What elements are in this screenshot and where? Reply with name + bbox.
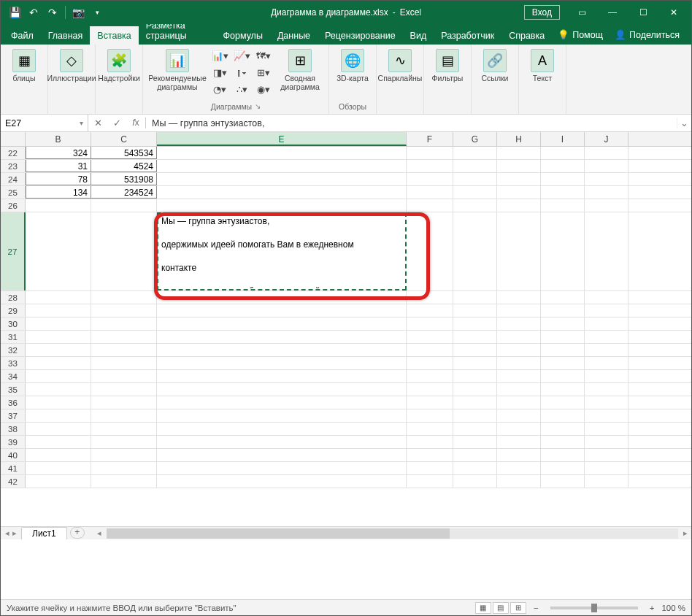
cell-F29[interactable] bbox=[407, 304, 453, 317]
cell-C39[interactable] bbox=[91, 436, 157, 448]
fx-icon[interactable]: fx bbox=[126, 118, 145, 128]
cell-E42[interactable] bbox=[157, 475, 407, 488]
cell-F37[interactable] bbox=[407, 409, 453, 422]
tab-file[interactable]: Файл bbox=[4, 26, 41, 45]
cell-I39[interactable] bbox=[541, 436, 585, 448]
cell-C40[interactable] bbox=[91, 449, 157, 461]
tab-insert[interactable]: Вставка bbox=[90, 26, 138, 45]
cell-J27[interactable] bbox=[585, 212, 628, 290]
cell-E33[interactable] bbox=[157, 357, 407, 369]
cell-I22[interactable] bbox=[541, 147, 585, 159]
cell-B40[interactable] bbox=[26, 449, 91, 461]
cell-I24[interactable] bbox=[541, 173, 585, 185]
cell-B26[interactable] bbox=[26, 199, 91, 212]
cell-B24[interactable]: 78 bbox=[26, 173, 91, 185]
row-header[interactable]: 33 bbox=[1, 357, 26, 369]
cell-H33[interactable] bbox=[497, 357, 541, 369]
text-button[interactable]: AТекст bbox=[523, 47, 561, 84]
zoom-in-icon[interactable]: + bbox=[650, 604, 655, 612]
cell-I25[interactable] bbox=[541, 186, 585, 199]
row-header[interactable]: 28 bbox=[1, 291, 26, 304]
hscroll-track[interactable]: ◂ ▸ bbox=[107, 528, 678, 539]
cell-E41[interactable] bbox=[157, 462, 407, 474]
cell-I35[interactable] bbox=[541, 383, 585, 396]
cell-B35[interactable] bbox=[26, 383, 91, 396]
sheet-nav-next-icon[interactable]: ▸ bbox=[12, 528, 17, 538]
row-header[interactable]: 25 bbox=[1, 186, 26, 199]
tab-review[interactable]: Рецензирование bbox=[318, 26, 403, 45]
cell-J23[interactable] bbox=[585, 160, 628, 172]
cell-F35[interactable] bbox=[407, 383, 453, 396]
save-icon[interactable]: 💾 bbox=[7, 4, 23, 20]
cell-I26[interactable] bbox=[541, 199, 585, 212]
cell-J37[interactable] bbox=[585, 409, 628, 422]
combo-chart-icon[interactable]: ⊞▾ bbox=[254, 64, 273, 80]
cell-E23[interactable] bbox=[157, 160, 407, 172]
cell-G38[interactable] bbox=[453, 423, 497, 435]
cell-H40[interactable] bbox=[497, 449, 541, 461]
cell-E22[interactable] bbox=[157, 147, 407, 159]
cell-E31[interactable] bbox=[157, 331, 407, 343]
cell-E24[interactable] bbox=[157, 173, 407, 185]
cell-H26[interactable] bbox=[497, 199, 541, 212]
cell-G26[interactable] bbox=[453, 199, 497, 212]
row-header[interactable]: 23 bbox=[1, 160, 26, 172]
cell-J25[interactable] bbox=[585, 186, 628, 199]
cell-C27[interactable] bbox=[91, 212, 157, 290]
cell-I23[interactable] bbox=[541, 160, 585, 172]
zoom-slider[interactable] bbox=[550, 607, 638, 609]
column-chart-icon[interactable]: 📊▾ bbox=[210, 47, 229, 63]
pie-chart-icon[interactable]: ◔▾ bbox=[210, 81, 229, 97]
cell-G27[interactable] bbox=[453, 212, 497, 290]
cell-J29[interactable] bbox=[585, 304, 628, 317]
cell-H37[interactable] bbox=[497, 409, 541, 422]
cell-F31[interactable] bbox=[407, 331, 453, 343]
cell-E38[interactable] bbox=[157, 423, 407, 435]
zoom-level[interactable]: 100 % bbox=[661, 604, 685, 612]
cell-F38[interactable] bbox=[407, 423, 453, 435]
cell-H31[interactable] bbox=[497, 331, 541, 343]
cell-H27[interactable] bbox=[497, 212, 541, 290]
sign-in-button[interactable]: Вход bbox=[524, 5, 560, 20]
cell-H38[interactable] bbox=[497, 423, 541, 435]
cell-G40[interactable] bbox=[453, 449, 497, 461]
cell-H30[interactable] bbox=[497, 317, 541, 330]
select-all-corner[interactable] bbox=[1, 132, 26, 146]
tab-help[interactable]: Справка bbox=[501, 26, 552, 45]
row-header[interactable]: 30 bbox=[1, 317, 26, 330]
ribbon-options-icon[interactable]: ▭ bbox=[567, 1, 596, 23]
cell-F28[interactable] bbox=[407, 291, 453, 304]
cell-H34[interactable] bbox=[497, 370, 541, 382]
cell-F23[interactable] bbox=[407, 160, 453, 172]
addins-button[interactable]: 🧩Надстройки bbox=[100, 47, 138, 84]
cell-H41[interactable] bbox=[497, 462, 541, 474]
sparklines-button[interactable]: ∿Спарклайны bbox=[381, 47, 419, 84]
cell-G24[interactable] bbox=[453, 173, 497, 185]
cell-H39[interactable] bbox=[497, 436, 541, 448]
undo-icon[interactable]: ↶ bbox=[26, 4, 42, 20]
row-header[interactable]: 34 bbox=[1, 370, 26, 382]
cell-C34[interactable] bbox=[91, 370, 157, 382]
maximize-icon[interactable]: ☐ bbox=[628, 1, 658, 23]
filters-button[interactable]: ▤Фильтры bbox=[428, 47, 466, 84]
row-header[interactable]: 29 bbox=[1, 304, 26, 317]
row-header[interactable]: 39 bbox=[1, 436, 26, 448]
cell-F22[interactable] bbox=[407, 147, 453, 159]
cell-I33[interactable] bbox=[541, 357, 585, 369]
line-chart-icon[interactable]: 📈▾ bbox=[232, 47, 251, 63]
add-sheet-button[interactable]: + bbox=[70, 527, 85, 539]
statistic-chart-icon[interactable]: ⫿▾ bbox=[232, 64, 251, 80]
cell-F40[interactable] bbox=[407, 449, 453, 461]
spreadsheet-grid[interactable]: B C E F G H I J 223245435342331452424785… bbox=[1, 132, 691, 526]
cell-E34[interactable] bbox=[157, 370, 407, 382]
cell-B42[interactable] bbox=[26, 475, 91, 488]
row-header[interactable]: 37 bbox=[1, 409, 26, 422]
cell-F30[interactable] bbox=[407, 317, 453, 330]
tab-view[interactable]: Вид bbox=[403, 26, 434, 45]
cell-G36[interactable] bbox=[453, 396, 497, 409]
cell-B28[interactable] bbox=[26, 291, 91, 304]
cell-F36[interactable] bbox=[407, 396, 453, 409]
col-header-j[interactable]: J bbox=[585, 132, 628, 146]
cell-B23[interactable]: 31 bbox=[26, 160, 91, 172]
cell-I41[interactable] bbox=[541, 462, 585, 474]
